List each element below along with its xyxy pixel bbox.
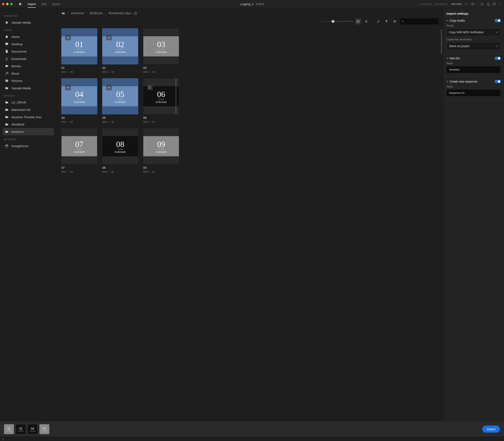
window-controls[interactable] xyxy=(2,3,13,5)
home-button[interactable] xyxy=(18,2,22,6)
tray-thumbnail[interactable]: 0401:00:00:00 xyxy=(28,424,37,434)
clip-thumbnail[interactable]: 04 01 :00 :00 01:00:00:00 xyxy=(61,79,97,114)
sidebar-item-shuttle09[interactable]: Shuttle09 xyxy=(3,121,54,128)
sidebar-item-ld-drive[interactable]: LD_DRIVE xyxy=(3,99,54,106)
toggle-new-sequence[interactable] xyxy=(495,80,501,83)
clip-name: 05 xyxy=(102,116,138,119)
clip-checkbox[interactable] xyxy=(106,85,112,90)
clip-card[interactable]: 07 01 :00 :00 01:00:00:00 07 MOV • :30 xyxy=(61,128,97,173)
favorite-star-icon[interactable] xyxy=(133,11,137,15)
clip-checkbox[interactable] xyxy=(65,35,71,40)
workspace-color[interactable]: CO xyxy=(465,3,469,5)
breadcrumb-root-icon[interactable] xyxy=(61,11,65,15)
sidebar-item-music[interactable]: Music xyxy=(3,70,54,77)
clip-card[interactable]: 03 01 :00 :00 01:00:00:00 03 MOV • :30 xyxy=(143,29,179,73)
svg-rect-9 xyxy=(5,80,8,82)
import-settings-panel: Import settings Copy media Preset Copy W… xyxy=(443,8,504,421)
sidebar-item-simmons[interactable]: simmons xyxy=(3,128,54,135)
clip-timecode: 01:00:00:00 xyxy=(156,151,166,153)
search-input[interactable] xyxy=(400,18,438,24)
workspace-add-icon[interactable] xyxy=(471,2,474,6)
share-icon[interactable] xyxy=(480,2,484,6)
clip-card[interactable]: 08 01 :00 :00 01:00:00:00 08 MOV • :30 xyxy=(102,128,138,173)
breadcrumb: › simmons › Multicam › Numbered clips xyxy=(57,8,443,17)
filter-icon[interactable] xyxy=(384,18,390,24)
thumbnail-zoom-slider[interactable] xyxy=(318,21,353,22)
tray-thumbnail[interactable]: 0201:00:00:00 xyxy=(16,424,26,434)
close-window-icon[interactable] xyxy=(2,3,4,5)
clip-checkbox[interactable] xyxy=(106,35,112,40)
grid-view-icon[interactable] xyxy=(355,18,361,24)
sidebar-item-googledrive[interactable]: GoogleDrive xyxy=(3,142,54,150)
tray-thumbnail[interactable]: 0101:00:00:00 xyxy=(4,424,14,434)
clip-thumbnail[interactable]: 09 01 :00 :00 01:00:00:00 xyxy=(143,128,179,164)
clip-card[interactable]: 06 01 :00 :00 01:00:26:03 06 MOV • :30 xyxy=(143,79,179,123)
breadcrumb-item[interactable]: Numbered clips xyxy=(108,11,131,15)
tab-edit[interactable]: Edit xyxy=(42,0,46,8)
clip-thumbnail[interactable]: 02 01 :00 :00 01:00:00:00 xyxy=(102,29,138,64)
clip-card[interactable]: 01 01 :00 :00 01:00:00:00 01 MOV • :30 xyxy=(61,29,97,73)
minimize-window-icon[interactable] xyxy=(6,3,9,5)
clip-timecode: 01:00:00:00 xyxy=(115,151,126,153)
clip-timecode: 01:00:00:00 xyxy=(115,101,126,103)
fullscreen-icon[interactable] xyxy=(499,2,502,6)
sidebar-item-documents[interactable]: Documents xyxy=(3,48,54,55)
visibility-icon[interactable] xyxy=(392,18,398,24)
section-new-bin[interactable]: New bin xyxy=(446,57,501,60)
sequence-name-input[interactable] xyxy=(446,89,501,96)
progress-icon[interactable] xyxy=(493,2,496,6)
svg-rect-14 xyxy=(357,22,358,23)
sidebar-item-movies[interactable]: Movies xyxy=(3,62,54,70)
svg-rect-6 xyxy=(6,45,7,46)
breadcrumb-item[interactable]: Multicam xyxy=(90,11,103,15)
clip-thumbnail[interactable]: 08 01 :00 :00 01:00:00:00 xyxy=(102,128,138,164)
clip-card[interactable]: 09 01 :00 :00 01:00:00:00 09 MOV • :30 xyxy=(143,128,179,173)
clip-card[interactable]: 05 01 :00 :00 01:00:00:00 05 MOV • :30 xyxy=(102,79,138,123)
clip-card[interactable]: 04 01 :00 :00 01:00:00:00 04 MOV • :30 xyxy=(61,79,97,123)
sidebar-item-sample-media[interactable]: Sample Media xyxy=(3,84,54,92)
toggle-new-bin[interactable] xyxy=(495,57,501,60)
sidebar-item-sample-media-fav[interactable]: Sample Media xyxy=(3,19,54,26)
tray-thumbnail[interactable]: 0501:00:00:00 xyxy=(40,424,49,434)
sidebar-item-home[interactable]: Home xyxy=(3,33,54,40)
clip-grid-scroll[interactable]: 01 01 :00 :00 01:00:00:00 01 MOV • :30 0… xyxy=(57,27,443,421)
clip-thumbnail[interactable]: 07 01 :00 :00 01:00:00:00 xyxy=(61,128,97,164)
clip-checkbox[interactable] xyxy=(65,85,71,90)
sidebar-item-desktop[interactable]: Desktop xyxy=(3,40,54,48)
sidebar-item-pictures[interactable]: Pictures xyxy=(3,77,54,84)
quick-export-icon[interactable] xyxy=(487,2,490,6)
cc-sync-icon[interactable] xyxy=(2,438,4,441)
hover-playhead xyxy=(176,79,176,114)
clip-thumbnail[interactable]: 01 01 :00 :00 01:00:00:00 xyxy=(61,29,97,64)
workspace-editing[interactable]: EDITING xyxy=(451,3,462,5)
sidebar-item-macintosh-hd[interactable]: Macintosh HD xyxy=(3,106,54,113)
breadcrumb-item[interactable]: simmons xyxy=(71,11,84,15)
browser-toolbar xyxy=(57,17,443,27)
status-bar xyxy=(0,437,504,441)
sidebar-item-downloads[interactable]: Downloads xyxy=(3,55,54,62)
sidebar-item-neutrino[interactable]: Neutrino Thunder Duo xyxy=(3,113,54,121)
selection-tray: 0101:00:00:000201:00:00:000401:00:00:000… xyxy=(4,424,49,434)
import-button[interactable]: Import xyxy=(482,425,500,433)
tab-import[interactable]: Import xyxy=(28,0,36,8)
clip-card[interactable]: 02 01 :00 :00 01:00:00:00 02 MOV • :30 xyxy=(102,29,138,73)
sort-icon[interactable] xyxy=(375,18,382,24)
clip-thumbnail[interactable]: 06 01 :00 :00 01:00:26:03 xyxy=(143,79,179,114)
clip-checkbox[interactable] xyxy=(147,85,153,90)
workspace-assembly[interactable]: ASSEMBLY xyxy=(435,3,448,5)
clip-thumbnail[interactable]: 05 01 :00 :00 01:00:00:00 xyxy=(102,79,138,114)
section-copy-media[interactable]: Copy media xyxy=(446,19,501,22)
maximize-window-icon[interactable] xyxy=(10,3,13,5)
tab-export[interactable]: Export xyxy=(52,0,60,8)
workspace-learning[interactable]: LEARNING xyxy=(419,3,432,5)
list-view-icon[interactable] xyxy=(363,18,369,24)
toggle-copy-media[interactable] xyxy=(495,19,501,22)
bin-name-input[interactable] xyxy=(446,66,501,73)
svg-point-2 xyxy=(493,4,494,4)
destination-select[interactable]: Same as project xyxy=(446,42,501,50)
clip-name: 08 xyxy=(102,166,138,169)
clip-thumbnail[interactable]: 03 01 :00 :00 01:00:00:00 xyxy=(143,29,179,64)
preset-select[interactable]: Copy With MD5 Verification xyxy=(446,28,501,36)
scrollbar-thumb[interactable] xyxy=(441,29,442,54)
section-new-sequence[interactable]: Create new sequence xyxy=(446,80,501,83)
